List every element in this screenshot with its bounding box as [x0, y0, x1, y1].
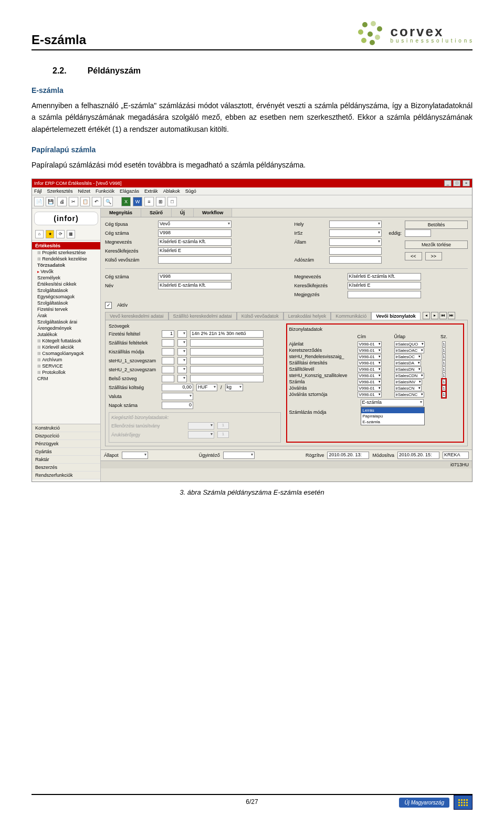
status-select[interactable]	[122, 452, 148, 459]
menu-item[interactable]: Fájl	[34, 189, 42, 194]
valuta-select[interactable]	[162, 393, 193, 400]
lookup-select[interactable]	[177, 375, 187, 382]
form-select[interactable]	[329, 238, 382, 246]
cim-select[interactable]: V998-01	[358, 385, 382, 391]
urlap-select[interactable]: irSalesINV	[394, 379, 423, 385]
text-input[interactable]	[190, 375, 264, 382]
toolbar-button[interactable]: 📄	[34, 197, 44, 206]
tree-item[interactable]: Körlevél akciók	[32, 344, 100, 350]
urlap-select[interactable]: irSalesOAC	[394, 348, 425, 353]
urlap-select[interactable]: irSalesDA	[394, 360, 422, 366]
cim-select[interactable]: V998-01	[358, 379, 382, 385]
toolbar-button[interactable]: ↶	[92, 197, 101, 206]
form-input[interactable]	[348, 291, 421, 298]
tab-megnyitas[interactable]: Megnyitás	[101, 208, 141, 217]
num-input[interactable]	[162, 348, 174, 355]
sidebar-bottom-item[interactable]: Beszerzés	[32, 464, 100, 472]
tree-item[interactable]: Szolgáltatások	[32, 287, 100, 294]
ugyintezo-select[interactable]	[223, 452, 255, 459]
tab-first-icon[interactable]: ⏮	[439, 312, 447, 319]
form-input[interactable]: V998	[158, 273, 232, 280]
urlap-select[interactable]: irSalesCNC	[394, 392, 425, 397]
grid-icon[interactable]: ▦	[67, 230, 75, 238]
tree-item[interactable]: Szolgáltatások	[32, 300, 100, 306]
lookup-select[interactable]	[177, 330, 187, 338]
menu-item[interactable]: Extrák	[144, 189, 158, 194]
sz-input[interactable]: 1	[442, 392, 445, 397]
prev-button[interactable]: <<	[405, 252, 422, 260]
lookup-select[interactable]	[177, 348, 187, 355]
tree-item[interactable]: CRM	[32, 375, 100, 382]
menu-item[interactable]: Elágazás	[120, 189, 139, 194]
toolbar-button[interactable]: ✂	[69, 197, 78, 206]
menu-item[interactable]: Ablakok	[163, 189, 180, 194]
aktiv-checkbox[interactable]	[105, 302, 112, 309]
inner-tab[interactable]: Kommunikáció	[331, 312, 371, 320]
num-input[interactable]	[162, 357, 174, 364]
sz-input[interactable]: 1	[442, 348, 445, 353]
refresh-icon[interactable]: ⟳	[56, 230, 65, 238]
toolbar-button[interactable]: 🖨	[57, 197, 67, 206]
szamlazas-mod-dropdown[interactable]: Leírás Papíralapú E-számla	[361, 407, 425, 425]
form-select[interactable]	[329, 221, 382, 228]
sz-input[interactable]: 1	[442, 360, 445, 366]
cim-select[interactable]: V998-01	[358, 360, 382, 366]
tree-item[interactable]: Csomagolóanyagok	[32, 350, 100, 357]
num-input[interactable]	[162, 339, 174, 347]
cim-select[interactable]: V998-01	[358, 341, 382, 347]
toolbar-button[interactable]: 💾	[46, 197, 55, 206]
tab-last-icon[interactable]: ⏭	[448, 312, 455, 319]
maximize-icon[interactable]: □	[453, 180, 460, 186]
urlap-select[interactable]: irSalesCN	[394, 385, 422, 391]
inner-tab[interactable]: Külső vevőadatok	[237, 312, 284, 320]
inner-tab[interactable]: Szállító kereskedelmi adatai	[169, 312, 237, 320]
sidebar-bottom-item[interactable]: Konstrukció	[32, 424, 100, 432]
tree-item[interactable]: Árengedmények	[32, 325, 100, 331]
sz-input[interactable]: 1	[442, 373, 445, 379]
tree-item[interactable]: SERVICE	[32, 363, 100, 369]
text-input[interactable]	[190, 366, 264, 373]
text-input[interactable]	[190, 357, 264, 364]
szamlazas-mod-select[interactable]: E-számla	[361, 399, 424, 406]
tree-item[interactable]: Értékesítési cikkek	[32, 281, 100, 287]
cim-select[interactable]: V998-01	[358, 392, 382, 397]
tree-item[interactable]: Kötegelt futtatások	[32, 338, 100, 344]
form-input[interactable]	[329, 256, 382, 264]
tree-item[interactable]: Jutalékok	[32, 331, 100, 338]
urlap-select[interactable]: irSalesOC	[394, 354, 422, 360]
urlap-select[interactable]: irSalesDN	[394, 367, 422, 372]
tree-item[interactable]: Törzsadatok	[32, 262, 100, 268]
sz-input[interactable]: 1	[442, 379, 445, 385]
text-input[interactable]	[190, 348, 264, 355]
inner-tab-active[interactable]: Vevői bizonylatok	[371, 312, 421, 320]
tab-next-icon[interactable]: ▸	[431, 312, 438, 319]
form-input[interactable]: Kísérleti E	[158, 247, 232, 255]
sz-input[interactable]: 1	[442, 385, 445, 391]
urlap-select[interactable]: irSalesQUO	[394, 341, 425, 347]
toolbar-button[interactable]: 📋	[80, 197, 90, 206]
menu-item[interactable]: Funkciók	[96, 189, 114, 194]
menu-item[interactable]: Szerkesztés	[47, 189, 73, 194]
sidebar-bottom-item[interactable]: Rendszerfunkciók	[32, 472, 100, 479]
form-input[interactable]: Kísérleti E-számla Kft.	[348, 273, 421, 280]
napok-input[interactable]: 0	[162, 402, 193, 409]
tree-item[interactable]: Protokollok	[32, 369, 100, 375]
num-input[interactable]	[162, 366, 174, 373]
sidebar-bottom-item[interactable]: Gyártás	[32, 448, 100, 456]
sz-input[interactable]: 1	[442, 341, 445, 347]
lookup-select[interactable]	[177, 366, 187, 373]
tree-item[interactable]: Személyek	[32, 275, 100, 281]
home-icon[interactable]: ⌂	[35, 230, 44, 238]
form-input[interactable]: V998	[158, 229, 232, 237]
num-input[interactable]	[162, 375, 174, 382]
form-input[interactable]: Kísérleti E-számla Kft.	[158, 282, 232, 289]
lookup-select[interactable]	[177, 339, 187, 347]
sz-input[interactable]: 1	[442, 354, 445, 360]
urlap-select[interactable]: irSalesCDN	[394, 373, 425, 379]
menu-item[interactable]: Súgó	[185, 189, 196, 194]
shipcost-input[interactable]: 0,00	[162, 384, 193, 391]
form-input[interactable]	[329, 247, 382, 255]
tab-workflow[interactable]: Workflow	[194, 208, 232, 217]
tree-item[interactable]: Szolgáltatások árai	[32, 319, 100, 325]
toolbar-button[interactable]: ⊞	[156, 197, 165, 206]
